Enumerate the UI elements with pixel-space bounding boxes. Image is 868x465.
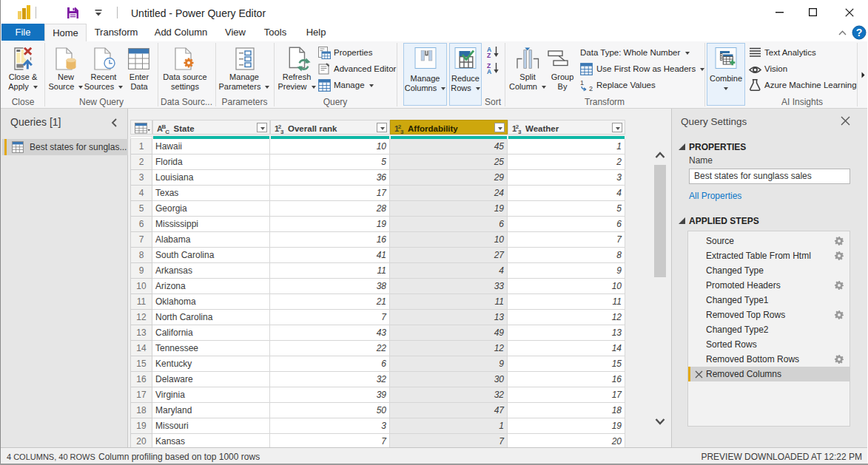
svg-text:A: A <box>487 68 491 75</box>
svg-text:Z: Z <box>487 52 491 58</box>
svg-text:1: 1 <box>580 79 584 86</box>
svg-text:2: 2 <box>589 85 593 92</box>
svg-text:?: ? <box>856 27 863 38</box>
